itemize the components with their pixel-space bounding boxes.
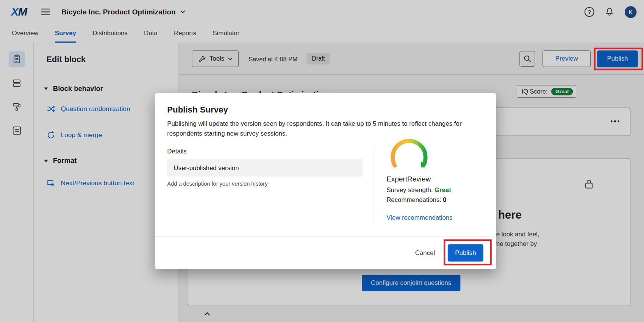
modal-footer: Cancel Publish [155,236,496,269]
publish-survey-modal: Publish Survey Publishing will update th… [155,93,496,269]
survey-strength-row: Survey strength:Great [386,186,451,194]
version-description-input[interactable] [167,159,363,177]
survey-strength-label: Survey strength: [386,186,433,193]
survey-strength-value: Great [435,186,451,193]
view-recommendations-link[interactable]: View recommendations [386,214,452,222]
qualtrics-survey-builder: X M Bicycle Inc. Product Optimization ? … [0,0,644,322]
modal-description: Publishing will update the version seen … [167,119,485,138]
modal-divider [374,147,374,224]
expert-review-gauge [386,137,431,172]
recommendations-row: Recommendations:0 [386,196,446,204]
expert-review-title: ExpertReview [386,175,431,184]
recommendations-label: Recommendations: [386,196,441,203]
recommendations-value: 0 [443,196,446,203]
modal-title: Publish Survey [167,105,228,114]
version-helper-text: Add a description for your version histo… [167,181,267,187]
details-label: Details [167,148,186,155]
cancel-button[interactable]: Cancel [415,249,435,257]
modal-publish-button[interactable]: Publish [448,244,483,262]
